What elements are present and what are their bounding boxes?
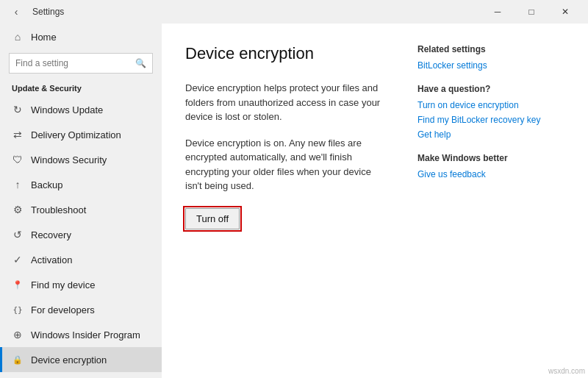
sidebar-item-label: Windows Insider Program — [31, 329, 140, 340]
sidebar-item-label: Delivery Optimization — [31, 129, 121, 140]
maximize-button[interactable]: □ — [514, 0, 548, 24]
recovery-icon: ↺ — [12, 229, 24, 240]
sidebar-item-device-encryption[interactable]: 🔒 Device encryption — [0, 347, 162, 372]
status-text: Device encryption is on. Any new files a… — [185, 136, 388, 193]
have-question-section: Have a question? Turn on device encrypti… — [417, 84, 564, 140]
sidebar-item-windows-update[interactable]: ↻ Windows Update — [0, 97, 162, 122]
bitlocker-settings-link[interactable]: BitLocker settings — [417, 60, 564, 71]
home-icon: ⌂ — [12, 31, 24, 43]
search-input[interactable] — [15, 58, 135, 68]
sidebar: ⌂ Home 🔍 Update & Security ↻ Windows Upd… — [0, 24, 162, 378]
update-icon: ↻ — [12, 104, 24, 115]
sidebar-item-label: Find my device — [31, 279, 95, 290]
title-bar-left: ‹ Settings — [6, 1, 64, 22]
content-left: Device encryption Device encryption help… — [185, 44, 388, 363]
title-bar-controls: ─ □ ✕ — [481, 0, 582, 24]
get-help-link[interactable]: Get help — [417, 129, 564, 140]
find-recovery-key-link[interactable]: Find my BitLocker recovery key — [417, 115, 564, 125]
sidebar-item-windows-security[interactable]: 🛡 Windows Security — [0, 147, 162, 172]
minimize-button[interactable]: ─ — [481, 0, 514, 24]
activation-icon: ✓ — [12, 254, 24, 265]
delivery-icon: ⇄ — [12, 129, 24, 140]
security-icon: 🛡 — [12, 154, 24, 165]
sidebar-item-label: Windows Update — [31, 104, 103, 115]
sidebar-item-troubleshoot[interactable]: ⚙ Troubleshoot — [0, 197, 162, 222]
back-button[interactable]: ‹ — [6, 1, 26, 22]
developers-icon: {} — [12, 304, 24, 315]
related-settings-title: Related settings — [417, 44, 564, 54]
sidebar-item-find-my-device[interactable]: 📍 Find my device — [0, 272, 162, 297]
sidebar-item-label: Troubleshoot — [31, 204, 86, 215]
description-text: Device encryption helps protect your fil… — [185, 81, 388, 124]
give-feedback-link[interactable]: Give us feedback — [417, 169, 564, 179]
app-body: ⌂ Home 🔍 Update & Security ↻ Windows Upd… — [0, 24, 588, 378]
sidebar-item-label: Backup — [31, 179, 62, 190]
close-button[interactable]: ✕ — [548, 0, 582, 24]
sidebar-item-delivery-optimization[interactable]: ⇄ Delivery Optimization — [0, 122, 162, 147]
encryption-icon: 🔒 — [12, 354, 24, 365]
sidebar-item-activation[interactable]: ✓ Activation — [0, 247, 162, 272]
turn-off-button[interactable]: Turn off — [185, 208, 240, 229]
page-title: Device encryption — [185, 44, 388, 63]
main-content: Device encryption Device encryption help… — [162, 24, 588, 378]
related-settings-section: Related settings BitLocker settings — [417, 44, 564, 71]
sidebar-item-backup[interactable]: ↑ Backup — [0, 172, 162, 197]
sidebar-item-windows-insider[interactable]: ⊕ Windows Insider Program — [0, 322, 162, 347]
sidebar-item-label: For developers — [31, 304, 95, 315]
sidebar-item-label: Device encryption — [31, 354, 107, 365]
make-better-section: Make Windows better Give us feedback — [417, 153, 564, 179]
sidebar-section-title: Update & Security — [0, 81, 162, 97]
search-icon: 🔍 — [135, 58, 146, 68]
sidebar-item-for-developers[interactable]: {} For developers — [0, 297, 162, 322]
insider-icon: ⊕ — [12, 329, 24, 340]
title-bar: ‹ Settings ─ □ ✕ — [0, 0, 588, 24]
home-label: Home — [31, 32, 57, 43]
sidebar-item-label: Recovery — [31, 229, 71, 240]
sidebar-item-recovery[interactable]: ↺ Recovery — [0, 222, 162, 247]
sidebar-item-label: Windows Security — [31, 154, 107, 165]
make-better-title: Make Windows better — [417, 153, 564, 163]
find-device-icon: 📍 — [12, 279, 24, 290]
sidebar-home[interactable]: ⌂ Home — [0, 24, 162, 50]
have-question-title: Have a question? — [417, 84, 564, 94]
backup-icon: ↑ — [12, 179, 24, 190]
sidebar-item-label: Activation — [31, 254, 72, 265]
content-right: Related settings BitLocker settings Have… — [417, 44, 564, 363]
sidebar-search-box[interactable]: 🔍 — [9, 53, 153, 74]
troubleshoot-icon: ⚙ — [12, 204, 24, 215]
turn-on-encryption-link[interactable]: Turn on device encryption — [417, 100, 564, 110]
title-bar-title: Settings — [32, 7, 64, 17]
